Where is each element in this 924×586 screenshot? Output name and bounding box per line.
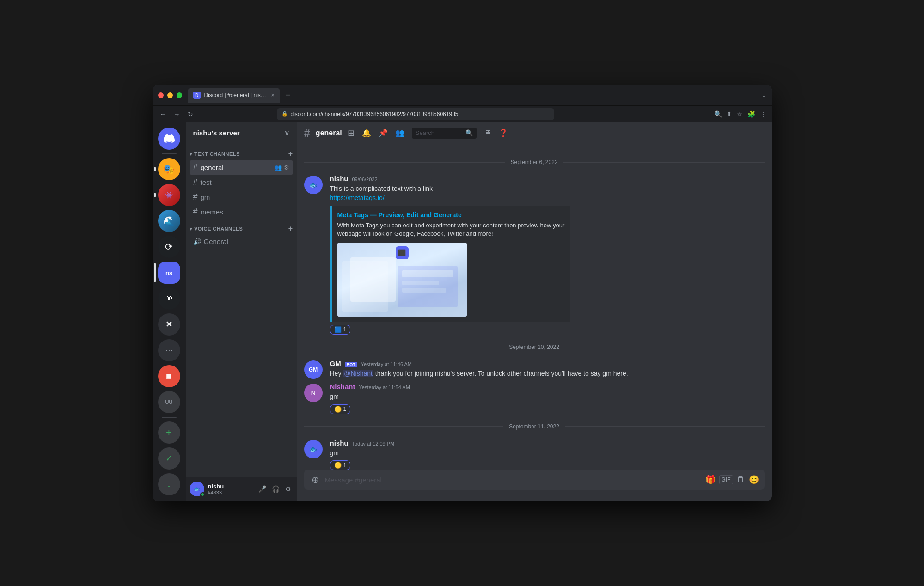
reaction-emoji-1: 🟦 <box>334 326 342 333</box>
svg-rect-0 <box>342 261 388 312</box>
inbox-icon[interactable]: 🖥 <box>484 129 491 137</box>
reaction-1[interactable]: 🟦 1 <box>330 325 351 335</box>
server-icon-nishu[interactable]: ns <box>158 262 180 284</box>
server-icon-blue[interactable]: 🌊 <box>158 210 180 232</box>
reaction-4[interactable]: 🟡 1 <box>330 460 351 470</box>
server-icon-uv[interactable]: UU <box>158 391 180 413</box>
reaction-3[interactable]: 🟡 1 <box>330 404 351 414</box>
server-icon-green[interactable]: ✓ <box>158 447 180 470</box>
titlebar: D Discord | #general | nishu's se... × +… <box>153 85 772 105</box>
browser-tab[interactable]: D Discord | #general | nishu's se... × <box>188 88 280 103</box>
msg-author-1[interactable]: nishu <box>330 175 349 183</box>
extensions-icon[interactable]: 🧩 <box>747 110 755 118</box>
add-server-button[interactable]: + <box>158 421 180 444</box>
server-icon-x[interactable]: ✕ <box>158 313 180 336</box>
gift-icon[interactable]: 🎁 <box>705 475 716 485</box>
address-bar[interactable]: 🔒 discord.com/channels/97703139685606198… <box>277 108 554 120</box>
message-group-1: 🐟 nishu 09/06/2022 This is a complicated… <box>297 173 772 336</box>
mute-button[interactable]: 🎤 <box>257 483 268 494</box>
channel-item-general[interactable]: # general 👥 ⚙ <box>190 160 293 175</box>
server-icon-swirl[interactable]: ⟳ <box>158 236 180 258</box>
search-bar[interactable]: Search 🔍 <box>412 128 477 139</box>
server-icon-yellow[interactable]: 🎭 <box>158 158 180 180</box>
server-icon-red[interactable]: 👾 <box>158 184 180 206</box>
server-name: nishu's server <box>193 129 240 137</box>
channel-icons-general: 👥 ⚙ <box>275 164 289 171</box>
divider-line-5 <box>304 426 504 427</box>
traffic-lights <box>158 92 182 98</box>
pin-icon[interactable]: 📌 <box>379 128 388 137</box>
sticker-icon[interactable]: 🗒 <box>737 475 745 485</box>
msg-author-2[interactable]: GM <box>330 360 341 367</box>
message-group-3: N Nishant Yesterday at 11:54 AM gm 🟡 1 <box>297 381 772 416</box>
msg-header-1: nishu 09/06/2022 <box>330 175 765 183</box>
reaction-emoji-3: 🟡 <box>334 406 342 413</box>
embed-1: Meta Tags — Preview, Edit and Generate W… <box>330 206 570 322</box>
channel-list: ▾ TEXT CHANNELS + # general 👥 ⚙ # <box>186 144 297 477</box>
bookmark-icon[interactable]: ☆ <box>737 110 743 118</box>
reaction-count-4: 1 <box>343 462 347 469</box>
server-icon-download[interactable]: ↓ <box>158 473 180 495</box>
tab-close-button[interactable]: × <box>271 92 274 98</box>
svg-rect-2 <box>402 270 453 277</box>
notification-icon[interactable]: 🔔 <box>362 128 371 137</box>
threads-icon[interactable]: ⊞ <box>348 128 355 138</box>
channel-item-memes[interactable]: # memes <box>190 205 293 219</box>
menu-icon[interactable]: ⋮ <box>760 110 766 118</box>
app: 🎭 👾 🌊 ⟳ ns 👁 ✕ ⋯ ▦ UU + ✓ ↓ <box>153 122 772 501</box>
hash-icon-2: # <box>193 177 198 187</box>
minimize-button[interactable] <box>167 92 173 98</box>
text-channels-header[interactable]: ▾ TEXT CHANNELS + <box>186 148 297 160</box>
channel-item-test[interactable]: # test <box>190 175 293 189</box>
reaction-count-1: 1 <box>343 326 347 333</box>
channel-item-voice-general[interactable]: 🔊 General <box>190 235 293 248</box>
user-settings-button[interactable]: ⚙ <box>283 483 293 494</box>
server-icon-discord[interactable] <box>158 128 180 150</box>
share-icon[interactable]: ⬆ <box>727 110 732 118</box>
input-right-tools: 🎁 GIF 🗒 😊 <box>705 475 759 485</box>
chat-area: # general ⊞ 🔔 📌 👥 Search 🔍 🖥 ❓ <box>297 122 772 501</box>
members-list-icon[interactable]: 👥 <box>395 128 404 137</box>
help-icon[interactable]: ❓ <box>499 128 508 137</box>
msg-content-1: nishu 09/06/2022 This is a complicated t… <box>330 175 765 335</box>
channel-item-gm[interactable]: # gm <box>190 190 293 204</box>
hash-icon-4: # <box>193 207 198 217</box>
date-text-sep11: September 11, 2022 <box>503 423 565 430</box>
voice-channels-header[interactable]: ▾ VOICE CHANNELS + <box>186 223 297 235</box>
server-indicator-active <box>154 263 156 282</box>
gif-button[interactable]: GIF <box>719 475 733 484</box>
settings-icon[interactable]: ⚙ <box>284 164 289 171</box>
emoji-button[interactable]: 😊 <box>749 475 759 485</box>
close-button[interactable] <box>158 92 164 98</box>
msg-author-3[interactable]: Nishant <box>330 383 355 391</box>
chat-header-tools: ⊞ 🔔 📌 👥 Search 🔍 🖥 ❓ <box>348 128 508 139</box>
search-icon: 🔍 <box>465 129 473 136</box>
forward-button[interactable]: → <box>172 110 182 119</box>
message-input-area: ⊕ 🎁 GIF 🗒 😊 <box>297 470 772 501</box>
new-tab-button[interactable]: + <box>284 89 293 102</box>
reload-button[interactable]: ↻ <box>186 110 195 119</box>
app-window: D Discord | #general | nishu's se... × +… <box>153 85 772 501</box>
server-header[interactable]: nishu's server ∨ <box>186 122 297 144</box>
back-button[interactable]: ← <box>158 110 168 119</box>
zoom-icon[interactable]: 🔍 <box>714 110 722 118</box>
maximize-button[interactable] <box>177 92 182 98</box>
server-icon-dots[interactable]: ⋯ <box>158 339 180 361</box>
add-text-channel-button[interactable]: + <box>288 150 293 158</box>
message-group-2: GM GM BOT Yesterday at 11:46 AM Hey @Nis… <box>297 358 772 381</box>
addressbar: ← → ↻ 🔒 discord.com/channels/97703139685… <box>153 105 772 122</box>
msg-avatar-4: 🐟 <box>304 440 323 458</box>
server-icon-eye[interactable]: 👁 <box>158 287 180 310</box>
msg-link-1[interactable]: https://metatags.io/ <box>330 194 385 201</box>
server-icon-grid[interactable]: ▦ <box>158 365 180 387</box>
deafen-button[interactable]: 🎧 <box>270 483 281 494</box>
add-attachment-button[interactable]: ⊕ <box>310 472 321 487</box>
message-input[interactable] <box>325 471 702 488</box>
channel-name-general: general <box>201 164 272 171</box>
msg-text-4: gm <box>330 449 765 458</box>
channel-name-voice-general: General <box>204 238 289 245</box>
msg-author-4[interactable]: nishu <box>330 439 349 447</box>
members-icon: 👥 <box>275 164 282 171</box>
channel-name-gm: gm <box>201 193 289 201</box>
add-voice-channel-button[interactable]: + <box>288 225 293 233</box>
